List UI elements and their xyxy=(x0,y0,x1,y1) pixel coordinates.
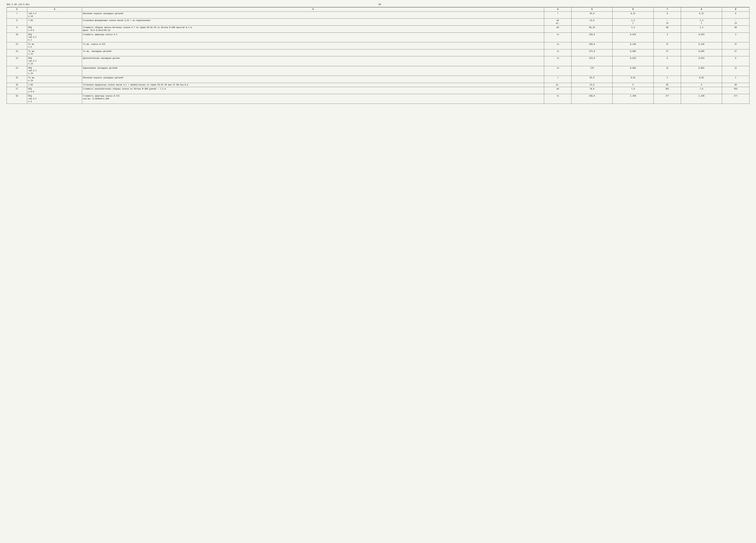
table-row: I4ПСЦтаб.3-Iп.I5Оцинкование закладных де… xyxy=(7,66,749,76)
cell-5-8: 27 xyxy=(722,49,749,56)
col-header-4: 4 xyxy=(544,7,572,11)
cell-6-6: 6 xyxy=(654,56,681,66)
cell-6-2: Дополнительные закладные детали xyxy=(82,56,544,66)
cell-2-4: 69,16 xyxy=(572,25,613,32)
cell-7-5: 0,062 xyxy=(613,66,654,76)
cell-10-6: 552 xyxy=(654,87,681,94)
cell-0-7: 0,II xyxy=(681,11,722,19)
column-headers: I 2 3 4 5 6 7 8 9 xyxy=(7,7,749,11)
cell-3-1: ПСЦтаб.3-Iп.I xyxy=(27,32,82,42)
cell-7-1: ПСЦтаб.3-Iп.I5 xyxy=(27,66,82,76)
cell-7-3: тн xyxy=(544,66,572,76)
cell-3-8: 3 xyxy=(722,32,749,42)
col-header-1: I xyxy=(7,7,27,11)
cell-1-4: 13,8 xyxy=(572,19,613,26)
cell-10-1: ПСЦп.9-6 xyxy=(27,87,82,94)
cell-2-0: 9 xyxy=(7,25,27,32)
table-row: 87-82Установка фахверковых колонн весом … xyxy=(7,19,749,26)
table-row: I7ПСЦп.9-6Стоимость железобетонных сборн… xyxy=(7,87,749,94)
cell-2-5: I,3 xyxy=(613,25,654,32)
cell-11-5: I,I09 xyxy=(613,94,654,104)
cell-0-3: т xyxy=(544,11,572,19)
cell-1-7: I,3I xyxy=(681,19,722,26)
cell-4-3: тн xyxy=(544,42,572,49)
cell-4-5: 0,146 xyxy=(613,42,654,49)
cell-0-2: Масляная окраска закладных деталей xyxy=(82,11,544,19)
cell-4-1: То жеп.3 xyxy=(27,42,82,49)
table-row: 9ПСЦп.9-6Стоимость сборных железо-бетонн… xyxy=(7,25,749,32)
cell-2-7: I,3 xyxy=(681,25,722,32)
cell-11-8: 277 xyxy=(722,94,749,104)
cell-7-6: II xyxy=(654,66,681,76)
cell-2-3: м3 xyxy=(544,25,572,32)
cell-4-7: 0,146 xyxy=(681,42,722,49)
cell-10-5: 7,8 xyxy=(613,87,654,94)
cell-6-0: I3 xyxy=(7,56,27,66)
cell-9-5: 6 xyxy=(613,83,654,87)
cell-8-0: I5 xyxy=(7,76,27,83)
col-header-2: 2 xyxy=(27,7,82,11)
cell-0-6: 6 xyxy=(654,11,681,19)
table-row: I5То же,п.I9Масляная окраска закладных д… xyxy=(7,76,749,83)
cell-4-4: 250,0 xyxy=(572,42,613,49)
page-header: 9OI-I-30 (IX/I.85) 68 xyxy=(7,3,749,6)
cell-3-2: Стоимость арматуры класса А-I xyxy=(82,32,544,42)
table-row: 7таб.3-Iп.19Масляная окраска закладных д… xyxy=(7,11,749,19)
cell-0-4: 55,8 xyxy=(572,11,613,19)
cell-9-7: 6 xyxy=(681,83,722,87)
cell-8-4: 55,8 xyxy=(572,76,613,83)
cell-5-4: 473,0 xyxy=(572,49,613,56)
cell-9-2: Установка продольных колонн весом 3,2 т … xyxy=(82,83,544,87)
cell-8-8: I xyxy=(722,76,749,83)
col-header-7: 7 xyxy=(654,7,681,11)
cell-3-6: 3 xyxy=(654,32,681,42)
cell-8-5: 0,02 xyxy=(613,76,654,83)
cell-2-1: ПСЦп.9-6 xyxy=(27,25,82,32)
cell-2-8: 90 xyxy=(722,25,749,32)
cell-1-8: —I4 xyxy=(722,19,749,26)
col-header-6: 6 xyxy=(613,7,654,11)
cell-4-2: То же, класса А-III xyxy=(82,42,544,49)
table-row: I2То же,п.I3То же, закладных деталейтн47… xyxy=(7,49,749,56)
col-header-8: 8 xyxy=(681,7,722,11)
cell-7-4: I78 xyxy=(572,66,613,76)
cell-10-8: 552 xyxy=(722,87,749,94)
cell-5-1: То же,п.I3 xyxy=(27,49,82,56)
cell-9-3: шт. xyxy=(544,83,572,87)
cell-7-7: 0,062 xyxy=(681,66,722,76)
main-table: I 2 3 4 5 6 7 8 9 7таб.3-Iп.19Масляная о… xyxy=(7,7,749,104)
cell-8-2: Масляная окраска закладных деталей xyxy=(82,76,544,83)
cell-2-6: 90 xyxy=(654,25,681,32)
cell-4-8: 37 xyxy=(722,42,749,49)
cell-1-3: м3шт. xyxy=(544,19,572,26)
cell-9-1: 7-82 xyxy=(27,83,82,87)
cell-1-6: —I4 xyxy=(654,19,681,26)
cell-4-6: 37 xyxy=(654,42,681,49)
cell-6-8: 6 xyxy=(722,56,749,66)
cell-5-5: 0,065 xyxy=(613,49,654,56)
cell-1-5: I,3I xyxy=(613,19,654,26)
cell-11-4: 250,0 xyxy=(572,94,613,104)
cell-11-0: I8 xyxy=(7,94,27,104)
cell-10-4: 70,8 xyxy=(572,87,613,94)
cell-6-1: ПСЦтаб.3-Iп.I3 xyxy=(27,56,82,66)
cell-9-0: I6 xyxy=(7,83,27,87)
cell-10-2: Стоимость железобетонных сборных колонн … xyxy=(82,87,544,94)
cell-1-2: Установка фахверковых колонн весом 3,25 … xyxy=(82,19,544,26)
cell-5-2: То же, закладных деталей xyxy=(82,49,544,56)
cell-0-8: 6 xyxy=(722,11,749,19)
cell-3-3: тн xyxy=(544,32,572,42)
cell-5-3: тн xyxy=(544,49,572,56)
col-header-5: 5 xyxy=(572,7,613,11)
cell-6-4: 4I3,0 xyxy=(572,56,613,66)
cell-2-2: Стоимость сборных железо-бетонных колонн… xyxy=(82,25,544,32)
cell-11-3: тн xyxy=(544,94,572,104)
cell-6-5: 0,0I4 xyxy=(613,56,654,66)
table-row: I8ПСЦтаб.3-Iп.3Стоимость арматуры класса… xyxy=(7,94,749,104)
cell-0-0: 7 xyxy=(7,11,27,19)
cell-11-6: 277 xyxy=(654,94,681,104)
cell-11-1: ПСЦтаб.3-Iп.3 xyxy=(27,94,82,104)
cell-6-3: тн xyxy=(544,56,572,66)
cell-4-0: II xyxy=(7,42,27,49)
cell-8-6: I xyxy=(654,76,681,83)
